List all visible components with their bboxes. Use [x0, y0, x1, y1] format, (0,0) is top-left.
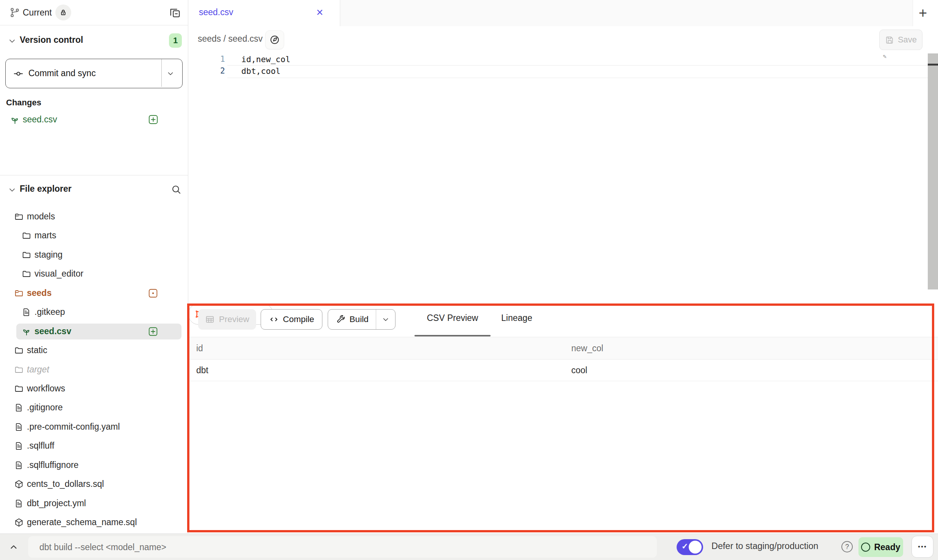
file-label: workflows [27, 383, 65, 394]
check-icon: ✓ [682, 542, 688, 551]
file-row-seeds[interactable]: seeds [0, 285, 188, 302]
dbt-ide-window: Current Version control 1 [0, 0, 938, 560]
file-row-target[interactable]: target [0, 361, 188, 378]
file-icon [14, 441, 24, 451]
file-row-workflows[interactable]: workflows [0, 380, 188, 397]
model-cube-icon [14, 518, 24, 527]
breadcrumb: seeds / seed.csv [198, 34, 263, 44]
editor-tab-bar: seed.csv × + [188, 0, 938, 27]
compass-icon[interactable] [265, 30, 284, 49]
column-header: id [196, 343, 571, 354]
chevron-down-icon[interactable] [8, 185, 17, 194]
tab-seed-csv[interactable]: seed.csv × [188, 0, 340, 26]
file-row-seed-csv[interactable]: seed.csv [0, 323, 188, 340]
chevron-up-icon[interactable] [8, 542, 19, 552]
new-tab-plus-icon[interactable]: + [919, 5, 927, 21]
toggle-knob [689, 541, 702, 554]
tab-csv-preview[interactable]: CSV Preview [414, 313, 491, 323]
file-row-sqlfluff[interactable]: .sqlfluff [0, 438, 188, 454]
more-options-button[interactable]: ••• [911, 536, 933, 558]
close-icon[interactable]: × [316, 5, 323, 20]
file-row-staging[interactable]: staging [0, 247, 188, 263]
file-row-visual-editor[interactable]: visual_editor [0, 266, 188, 282]
file-explorer-title[interactable]: File explorer [20, 184, 72, 194]
help-icon[interactable]: ? [841, 541, 853, 552]
file-label: seed.csv [34, 326, 71, 336]
file-label: dbt_project.yml [27, 498, 86, 508]
file-row-sqlfluffignore[interactable]: .sqlfluffignore [0, 457, 188, 474]
file-row-marts[interactable]: marts [0, 227, 188, 244]
save-label: Save [898, 35, 917, 45]
commit-options-chevron-icon[interactable] [166, 69, 175, 78]
command-bar [28, 536, 657, 558]
file-row-cents-to-dollars[interactable]: cents_to_dollars.sql [0, 476, 188, 493]
copy-icon[interactable] [169, 6, 181, 19]
compile-button[interactable]: Compile [261, 309, 322, 330]
sidebar: Current Version control 1 [0, 0, 188, 533]
file-label: cents_to_dollars.sql [27, 479, 104, 489]
preview-label: Preview [219, 314, 249, 324]
breadcrumb-bar: seeds / seed.csv Save [188, 26, 938, 53]
column-header: new_col [571, 343, 938, 354]
seed-icon [22, 327, 31, 336]
compile-label: Compile [283, 314, 314, 324]
status-badge: Ready [858, 537, 903, 557]
file-icon [14, 422, 24, 432]
file-row-gitignore[interactable]: .gitignore [0, 399, 188, 416]
build-button[interactable]: Build [328, 310, 376, 329]
editor-scrollbar[interactable] [928, 53, 938, 289]
folder-open-icon [14, 212, 24, 222]
file-label: .sqlfluff [27, 441, 54, 451]
table-header-row: id new_col [188, 337, 938, 360]
defer-toggle[interactable]: ✓ [677, 539, 703, 555]
command-input[interactable] [39, 536, 631, 558]
folder-icon [14, 365, 24, 375]
wrench-icon [336, 314, 345, 324]
git-modified-icon [148, 288, 158, 298]
status-bar: ✓ Defer to staging/production ? Ready ••… [0, 533, 938, 560]
pencil-icon: ✎ [883, 54, 887, 59]
preview-button[interactable]: Preview [198, 309, 256, 330]
scrollbar-marker [928, 64, 938, 66]
line-text: id,new_col [241, 53, 290, 65]
folder-icon [14, 346, 24, 355]
status-circle-icon [861, 543, 870, 552]
git-added-icon [148, 114, 158, 125]
chevron-down-icon[interactable] [8, 36, 17, 45]
file-icon [14, 499, 24, 508]
table-cell: dbt [196, 365, 571, 375]
tab-lineage[interactable]: Lineage [490, 313, 543, 323]
results-panel: Preview Compile Build C [188, 303, 938, 533]
file-label: models [27, 211, 55, 222]
changed-file-row[interactable]: seed.csv [0, 111, 188, 128]
code-editor[interactable]: 1 id,new_col 2 dbt,cool ✎ [188, 53, 938, 303]
folder-icon [14, 384, 24, 394]
build-label: Build [350, 314, 369, 324]
git-commit-icon [13, 69, 23, 79]
file-icon [14, 460, 24, 470]
build-options-chevron-icon[interactable] [376, 310, 395, 329]
file-row-gitkeep[interactable]: .gitkeep [0, 304, 188, 321]
file-label: generate_schema_name.sql [27, 517, 137, 527]
file-label: visual_editor [34, 269, 83, 279]
status-label: Ready [874, 542, 900, 552]
folder-icon [22, 231, 31, 241]
build-button-group: Build [328, 309, 396, 330]
file-row-static[interactable]: static [0, 342, 188, 359]
save-button[interactable]: Save [879, 30, 922, 50]
commit-and-sync-button[interactable]: Commit and sync [5, 59, 183, 88]
git-added-icon [148, 327, 158, 337]
file-row-models[interactable]: models [0, 208, 188, 225]
version-control-title[interactable]: Version control [20, 35, 83, 45]
file-label: marts [34, 230, 56, 241]
folder-icon [22, 269, 31, 279]
file-label: seeds [27, 288, 52, 298]
file-row-generate-schema-name[interactable]: generate_schema_name.sql [0, 514, 188, 531]
line-number: 2 [188, 65, 225, 77]
branch-name[interactable]: Current [23, 6, 52, 19]
file-row-pre-commit-config[interactable]: .pre-commit-config.yaml [0, 419, 188, 435]
changes-heading: Changes [6, 98, 41, 108]
file-row-dbt-project[interactable]: dbt_project.yml [0, 495, 188, 512]
search-icon[interactable] [170, 184, 182, 195]
file-label: .pre-commit-config.yaml [27, 422, 120, 432]
